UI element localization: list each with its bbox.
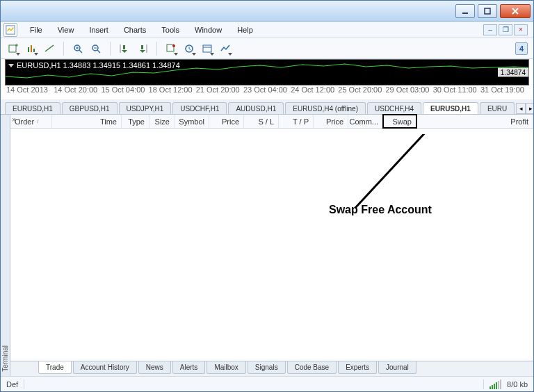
chart-tab[interactable]: EURUSD,H1	[5, 102, 60, 114]
column-symbol[interactable]: Symbol	[175, 115, 209, 128]
close-button[interactable]	[500, 4, 531, 18]
bottom-tab-trade[interactable]: Trade	[38, 361, 72, 374]
price-label: 1.34874	[498, 68, 528, 77]
column-price[interactable]: Price	[314, 115, 348, 128]
bottom-tabs: TradeAccount HistoryNewsAlertsMailboxSig…	[10, 361, 533, 376]
bottom-tab-mailbox[interactable]: Mailbox	[207, 361, 245, 374]
templates-button[interactable]	[199, 40, 216, 57]
svg-rect-3	[9, 45, 16, 52]
mdi-close-button[interactable]: ×	[514, 24, 528, 35]
time-tick: 31 Oct 19:00	[480, 85, 528, 94]
terminal-gutter: Terminal	[1, 115, 10, 376]
annotation: Swap Free Account	[219, 134, 469, 231]
toolbar: 4	[1, 38, 533, 59]
periodicity-button[interactable]	[181, 40, 197, 57]
indicators-button[interactable]	[163, 40, 179, 57]
chart-tab[interactable]: USDCHF,H4	[367, 102, 421, 114]
chart-tab[interactable]: EURUSD,H1	[423, 102, 478, 114]
bottom-tab-experts[interactable]: Experts	[338, 361, 377, 374]
menu-insert[interactable]: Insert	[82, 24, 115, 36]
annotation-label: Swap Free Account	[329, 204, 432, 216]
minimize-button[interactable]	[455, 4, 475, 18]
legend-text: EURUSD,H1 1.34883 1.34915 1.34861 1.3487…	[17, 61, 180, 70]
bottom-tab-code-base[interactable]: Code Base	[287, 361, 337, 374]
line-tool-button[interactable]	[41, 40, 58, 57]
status-text: Def	[6, 380, 18, 389]
zoom-in-button[interactable]	[70, 40, 86, 57]
chart-type-button[interactable]	[217, 40, 234, 57]
auto-scroll-button[interactable]	[116, 40, 133, 57]
svg-rect-9	[123, 45, 125, 49]
column-comm-[interactable]: Comm...	[348, 115, 383, 128]
maximize-button[interactable]	[478, 4, 497, 18]
window-frame: FileViewInsertChartsToolsWindowHelp – ❐ …	[0, 0, 534, 392]
grid-body[interactable]: Swap Free Account	[10, 129, 533, 361]
chart-tab[interactable]: GBPUSD,H1	[62, 102, 118, 114]
column-price[interactable]: Price	[209, 115, 244, 128]
svg-line-14	[355, 134, 428, 208]
traffic-text: 8/0 kb	[507, 380, 528, 389]
tabs-scroll-right[interactable]: ▸	[526, 103, 533, 114]
profiles-button[interactable]	[23, 40, 40, 57]
titlebar	[1, 1, 533, 22]
new-chart-button[interactable]	[5, 40, 22, 57]
bottom-tab-signals[interactable]: Signals	[248, 361, 286, 374]
chart-shift-button[interactable]	[134, 40, 151, 57]
column-s-l[interactable]: S / L	[244, 115, 279, 128]
column-size[interactable]: Size	[149, 115, 175, 128]
mdi-minimize-button[interactable]: –	[483, 24, 497, 35]
zoom-out-button[interactable]	[88, 40, 104, 57]
legend-dropdown-icon[interactable]	[8, 64, 14, 67]
menu-window[interactable]: Window	[188, 24, 229, 36]
mdi-restore-button[interactable]: ❐	[499, 24, 512, 35]
time-tick: 24 Oct 12:00	[291, 85, 338, 94]
svg-rect-5	[31, 45, 32, 52]
column-type[interactable]: Type	[122, 115, 149, 128]
time-axis: 14 Oct 201314 Oct 20:0015 Oct 04:0018 Oc…	[5, 85, 529, 97]
bottom-tab-account-history[interactable]: Account History	[73, 361, 137, 374]
connection-icon	[490, 379, 501, 389]
time-tick: 21 Oct 20:00	[196, 85, 243, 94]
time-tick: 29 Oct 03:00	[386, 85, 433, 94]
chart-tab[interactable]: USDCHF,H1	[172, 102, 227, 114]
bottom-tab-journal[interactable]: Journal	[378, 361, 416, 374]
sort-indicator-icon: /	[37, 118, 38, 124]
menu-charts[interactable]: Charts	[117, 24, 153, 36]
terminal-title: Terminal	[1, 341, 9, 376]
alerts-count-badge[interactable]: 4	[515, 42, 528, 55]
svg-rect-13	[203, 45, 211, 52]
mdi-child-controls: – ❐ ×	[483, 24, 531, 35]
column-swap[interactable]: Swap	[382, 114, 417, 129]
chart-tab[interactable]: EURU	[480, 102, 515, 114]
statusbar: Def 8/0 kb	[1, 376, 533, 391]
menubar: FileViewInsertChartsToolsWindowHelp – ❐ …	[1, 22, 533, 38]
column-profit[interactable]: Profit	[416, 115, 533, 128]
tabs-scroll-left[interactable]: ◂	[516, 103, 526, 114]
grid-header: Order/TimeTypeSizeSymbolPriceS / LT / PP…	[10, 115, 533, 129]
chart-legend: EURUSD,H1 1.34883 1.34915 1.34861 1.3487…	[8, 61, 180, 70]
column-order[interactable]: Order/	[10, 115, 52, 128]
time-tick: 14 Oct 20:00	[54, 85, 101, 94]
app-icon	[3, 23, 17, 37]
time-tick: 25 Oct 20:00	[338, 85, 385, 94]
svg-rect-4	[28, 47, 29, 52]
chart-tabs: EURUSD,H1GBPUSD,H1USDJPY,H1USDCHF,H1AUDU…	[1, 99, 533, 115]
time-tick: 18 Oct 12:00	[149, 85, 196, 94]
chart-tab[interactable]: AUDUSD,H1	[228, 102, 284, 114]
bottom-tab-alerts[interactable]: Alerts	[172, 361, 206, 374]
menu-view[interactable]: View	[51, 24, 81, 36]
time-tick: 30 Oct 11:00	[433, 85, 480, 94]
chart-strip[interactable]: EURUSD,H1 1.34883 1.34915 1.34861 1.3487…	[5, 59, 529, 85]
time-tick: 23 Oct 04:00	[243, 85, 291, 94]
bottom-tab-news[interactable]: News	[138, 361, 171, 374]
chart-tab[interactable]: EURUSD,H4 (offline)	[285, 102, 366, 114]
svg-rect-1	[485, 8, 490, 14]
menu-file[interactable]: File	[23, 24, 49, 36]
svg-rect-10	[141, 45, 143, 49]
terminal-area: Terminal × Order/TimeTypeSizeSymbolPrice…	[1, 115, 533, 376]
menu-help[interactable]: Help	[230, 24, 260, 36]
column-time[interactable]: Time	[52, 115, 122, 128]
column-t-p[interactable]: T / P	[279, 115, 314, 128]
menu-tools[interactable]: Tools	[154, 24, 186, 36]
chart-tab[interactable]: USDJPY,H1	[119, 102, 172, 114]
